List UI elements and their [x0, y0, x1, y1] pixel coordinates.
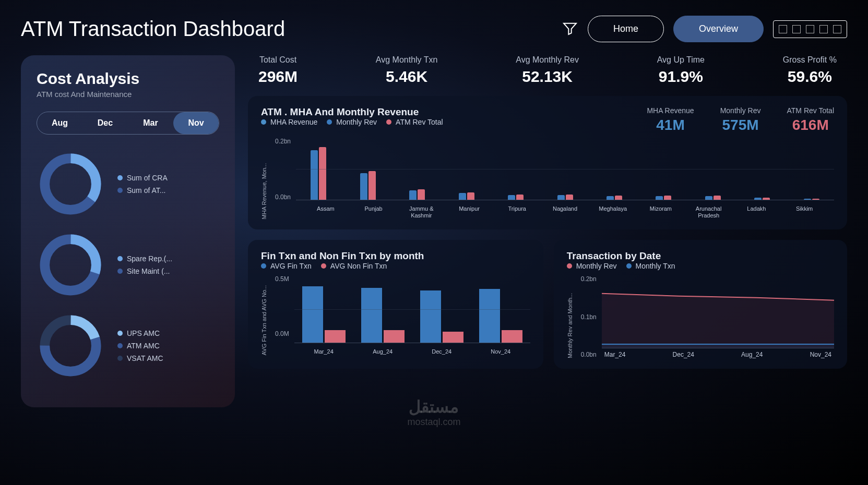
- bar-group[interactable]: [444, 142, 489, 200]
- bar-group[interactable]: [420, 280, 463, 343]
- legend-dot: [117, 356, 123, 361]
- home-button[interactable]: Home: [588, 16, 664, 42]
- pill-nov[interactable]: Nov: [173, 112, 219, 134]
- kpi-uptime: Avg Up Time91.9%: [657, 55, 705, 86]
- bar-group[interactable]: [740, 142, 784, 200]
- legend-dot: [117, 269, 123, 274]
- bar-group[interactable]: [479, 280, 522, 343]
- page-title: ATM Transaction Dashboard: [21, 17, 285, 41]
- legend-item: Sum of AT...: [117, 186, 168, 195]
- kpi-row: Total Cost296M Avg Monthly Txn5.46K Avg …: [248, 55, 847, 86]
- donut-2: Spare Rep.(... Site Maint (...: [37, 231, 219, 299]
- top-bar: ATM Transaction Dashboard Home Overview: [21, 16, 847, 42]
- tool-icon-3[interactable]: [806, 25, 814, 33]
- legend-dot: [117, 331, 123, 336]
- rev-chart[interactable]: MHA Revenue, Mon... 0.2bn0.0bn AssamPunj…: [261, 138, 834, 219]
- date-title: Transaction by Date: [567, 250, 834, 262]
- donut-chart-3[interactable]: [37, 312, 104, 380]
- txn-title: Fin Txn and Non Fin Txn by month: [261, 250, 530, 262]
- donut-chart-2[interactable]: [37, 231, 104, 299]
- legend-dot: [117, 175, 123, 180]
- tool-icon-1[interactable]: [779, 25, 787, 33]
- bar-group[interactable]: [302, 280, 346, 343]
- legend-item: Site Maint (...: [117, 267, 172, 275]
- legend-dot: [327, 119, 332, 125]
- cost-analysis-panel: Cost Analysis ATM cost And Maintenance A…: [21, 55, 235, 407]
- legend-item: Sum of CRA: [117, 174, 168, 182]
- kpi-avg-txn: Avg Monthly Txn5.46K: [376, 55, 438, 86]
- legend-dot: [261, 119, 266, 125]
- kpi-gross-profit: Gross Profit %59.6%: [783, 55, 837, 86]
- bar-group[interactable]: [345, 142, 390, 200]
- rev-legend: MHA Revenue Monthly Rev ATM Rev Total: [261, 118, 443, 126]
- legend-dot: [117, 256, 123, 261]
- donut-1: Sum of CRA Sum of AT...: [37, 150, 219, 218]
- right-column: Total Cost296M Avg Monthly Txn5.46K Avg …: [248, 55, 847, 407]
- top-controls: Home Overview: [562, 16, 847, 42]
- cost-title: Cost Analysis: [37, 70, 219, 88]
- pill-dec[interactable]: Dec: [82, 112, 128, 134]
- main-content: Cost Analysis ATM cost And Maintenance A…: [21, 55, 847, 407]
- legend-item: VSAT AMC: [117, 354, 163, 362]
- legend-dot: [117, 188, 123, 193]
- filter-icon[interactable]: [562, 20, 578, 39]
- bar-group[interactable]: [296, 142, 341, 200]
- legend-item: Spare Rep.(...: [117, 254, 172, 263]
- kpi-avg-rev: Avg Monthly Rev52.13K: [516, 55, 579, 86]
- pill-mar[interactable]: Mar: [128, 112, 173, 134]
- donut-2-legend: Spare Rep.(... Site Maint (...: [117, 254, 172, 275]
- cost-subtitle: ATM cost And Maintenance: [37, 90, 219, 99]
- txn-chart[interactable]: AVG Fin Txn and AVG No... 0.5M0.0M Mar_2…: [261, 275, 530, 355]
- legend-item: UPS AMC: [117, 329, 163, 337]
- date-legend: Monthly Rev Monthly Txn: [567, 262, 834, 270]
- bar-group[interactable]: [493, 142, 538, 200]
- toolbar-icons[interactable]: [773, 20, 847, 38]
- txn-chart-card: Fin Txn and Non Fin Txn by month AVG Fin…: [248, 240, 543, 369]
- date-chart-card: Transaction by Date Monthly Rev Monthly …: [554, 240, 847, 369]
- legend-item: ATM AMC: [117, 342, 163, 350]
- tool-icon-5[interactable]: [833, 25, 841, 33]
- bar-group[interactable]: [691, 142, 735, 200]
- bottom-row: Fin Txn and Non Fin Txn by month AVG Fin…: [248, 240, 847, 369]
- txn-legend: AVG Fin Txn AVG Non Fin Txn: [261, 262, 530, 270]
- date-chart[interactable]: Monthly Rev and Month... 0.2bn0.1bn0.0bn…: [567, 275, 834, 358]
- legend-dot: [117, 343, 123, 348]
- pill-aug[interactable]: Aug: [37, 112, 82, 134]
- donut-3: UPS AMC ATM AMC VSAT AMC: [37, 312, 219, 380]
- donut-1-legend: Sum of CRA Sum of AT...: [117, 174, 168, 195]
- kpi-total-cost: Total Cost296M: [258, 55, 298, 86]
- bar-group[interactable]: [361, 280, 405, 343]
- rev-metrics: MHA Revenue41M Monthly Rev575M ATM Rev T…: [647, 106, 834, 134]
- revenue-chart-card: ATM . MHA And Monthly Revenue MHA Revenu…: [248, 96, 847, 229]
- bar-group[interactable]: [395, 142, 439, 200]
- bar-group[interactable]: [641, 142, 686, 200]
- tool-icon-2[interactable]: [792, 25, 801, 33]
- tool-icon-4[interactable]: [819, 25, 828, 33]
- legend-dot: [386, 119, 391, 125]
- month-selector: Aug Dec Mar Nov: [37, 112, 219, 135]
- donut-3-legend: UPS AMC ATM AMC VSAT AMC: [117, 329, 163, 362]
- bar-group[interactable]: [789, 142, 834, 200]
- overview-button[interactable]: Overview: [673, 16, 764, 42]
- bar-group[interactable]: [542, 142, 587, 200]
- bar-group[interactable]: [592, 142, 637, 200]
- rev-chart-title: ATM . MHA And Monthly Revenue: [261, 106, 443, 118]
- donut-chart-1[interactable]: [37, 150, 104, 218]
